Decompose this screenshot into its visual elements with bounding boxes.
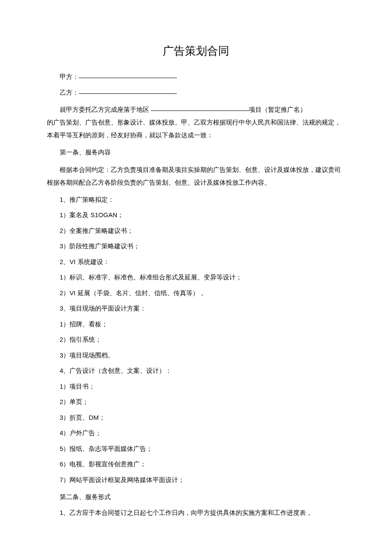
article-1-heading: 第一条、服务内容 (47, 148, 345, 157)
intro-prefix: 就甲方委托乙方完成座落于地区 (60, 106, 149, 113)
section-3-item-2-text: 2）指引系统； (60, 336, 101, 343)
party-b-blank (79, 93, 177, 94)
section-1-item-2: 2）全案推广策略建议书； (47, 226, 345, 236)
section-4-item-2: 2）单页； (47, 397, 345, 407)
article-2-item-1: 1、乙方应于本合同签订之日起七个工作日内，向甲方提供具体的实施方案和工作进度表， (47, 508, 345, 518)
section-2-item-2-text: 2）VI 延展（手袋、名片、信封、信纸、传真等）， (60, 289, 205, 296)
section-1-head-text: 1、推广策略拟定： (60, 196, 114, 203)
section-3-item-1: 1）招牌、看板； (47, 320, 345, 329)
section-1-item-3-text: 3）阶段性推广策略建议书； (60, 242, 140, 250)
section-4-item-3-text: 3）折页、DM； (60, 414, 105, 421)
section-4-item-6-text: 6）电视、影视宣传创意推广； (60, 460, 146, 468)
section-3-item-2: 2）指引系统； (47, 335, 345, 345)
article-1-body-text: 根据本合同约定：乙方负责项目准备期及项目实操期的广告策划、创意、设计及媒体投放，… (47, 166, 341, 186)
section-2-item-1-text: 1）标识、标准字、标准色、标准组合形式及延展、变异等设计； (60, 273, 242, 281)
section-2-item-1: 1）标识、标准字、标准色、标准组合形式及延展、变异等设计； (47, 273, 345, 282)
party-a-blank (79, 77, 177, 78)
section-4-item-1-text: 1）项目书； (60, 383, 95, 390)
section-4-head: 4、广告设计（含创意、文案、设计）： (47, 366, 345, 376)
section-4-item-2-text: 2）单页； (60, 398, 89, 405)
section-3-item-1-text: 1）招牌、看板； (60, 320, 108, 328)
section-2-head: 2、VI 系统建设： (47, 257, 345, 267)
section-4-item-5-text: 5）报纸、杂志等平面媒体广告； (60, 445, 153, 452)
party-b-line: 乙方： (47, 88, 345, 98)
section-3-item-3-text: 3）项目现场围档。 (60, 352, 114, 359)
section-4-item-7-text: 7）网站平面设计框架及网络媒体平面设计； (60, 476, 184, 483)
party-a-line: 甲方： (47, 72, 345, 82)
section-1-item-3: 3）阶段性推广策略建议书； (47, 241, 345, 251)
section-4-item-1: 1）项目书； (47, 382, 345, 392)
section-2-item-2: 2）VI 延展（手袋、名片、信封、信纸、传真等）， (47, 288, 345, 298)
project-blank (151, 110, 249, 111)
intro-body: 的广告策划、广告创意、形象设计、媒体投放。甲、乙双方根据现行中华人民共和国法律、… (47, 119, 341, 139)
section-2-head-text: 2、VI 系统建设： (60, 258, 110, 265)
section-3-item-3: 3）项目现场围档。 (47, 351, 345, 360)
section-4-item-5: 5）报纸、杂志等平面媒体广告； (47, 444, 345, 454)
section-4-item-3: 3）折页、DM； (47, 413, 345, 423)
article-2-item-1-text: 1、乙方应于本合同签订之日起七个工作日内，向甲方提供具体的实施方案和工作进度表， (60, 509, 312, 516)
party-b-label: 乙方： (60, 89, 79, 96)
document-page: 广告策划合同 甲方： 乙方： 就甲方委托乙方完成座落于地区 项目（暂定推广名） … (0, 0, 392, 555)
section-4-item-4-text: 4）户外广告； (60, 429, 101, 436)
section-4-item-6: 6）电视、影视宣传创意推广； (47, 459, 345, 469)
article-2-heading: 第二条、服务形式 (47, 492, 345, 502)
section-3-head-text: 3、项目现场的平面设计方案： (60, 305, 146, 312)
section-3-head: 3、项目现场的平面设计方案： (47, 304, 345, 314)
section-4-item-7: 7）网站平面设计框架及网络媒体平面设计； (47, 475, 345, 485)
section-1-item-1-text: 1）案名及 S1OGAN； (60, 211, 124, 218)
section-4-item-4: 4）户外广告； (47, 428, 345, 438)
section-1-item-2-text: 2）全案推广策略建议书； (60, 227, 133, 234)
intro-suffix: 项目（暂定推广名） (249, 106, 306, 113)
section-1-item-1: 1）案名及 S1OGAN； (47, 210, 345, 220)
section-4-head-text: 4、广告设计（含创意、文案、设计）： (60, 367, 172, 374)
intro-paragraph: 就甲方委托乙方完成座落于地区 项目（暂定推广名） 的广告策划、广告创意、形象设计… (47, 103, 345, 142)
party-a-label: 甲方： (60, 73, 79, 80)
section-1-head: 1、推广策略拟定： (47, 195, 345, 205)
document-title: 广告策划合同 (47, 43, 345, 59)
article-1-body: 根据本合同约定：乙方负责项目准备期及项目实操期的广告策划、创意、设计及媒体投放，… (47, 163, 345, 189)
